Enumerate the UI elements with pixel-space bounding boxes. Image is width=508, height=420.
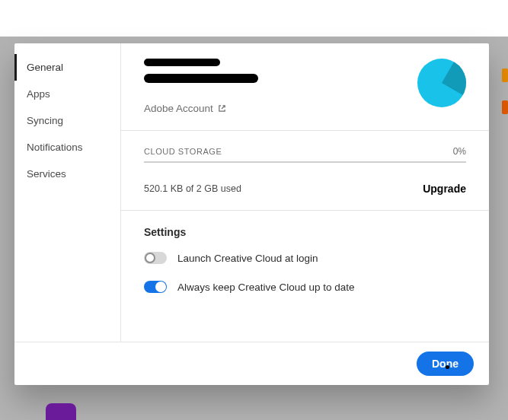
storage-progress-bar: [144, 161, 466, 163]
storage-section-label: CLOUD STORAGE: [144, 147, 222, 156]
settings-title: Settings: [144, 226, 466, 238]
sidebar-item-label: Services: [27, 168, 66, 180]
account-section: Adobe Account: [121, 43, 489, 131]
setting-label: Always keep Creative Cloud up to date: [177, 282, 355, 293]
toggle-knob: [155, 282, 166, 292]
storage-section: CLOUD STORAGE 0% 520.1 KB of 2 GB used U…: [121, 131, 489, 211]
sidebar-item-label: Syncing: [27, 115, 63, 126]
account-email-redacted: [144, 74, 258, 83]
setting-row-launch-at-login: Launch Creative Cloud at login: [144, 252, 466, 264]
toggle-knob: [145, 253, 155, 263]
sidebar-item-label: Notifications: [27, 142, 83, 153]
dialog-body: General Apps Syncing Notifications Servi…: [14, 43, 489, 342]
avatar: [417, 59, 466, 107]
adobe-account-link[interactable]: Adobe Account: [144, 103, 226, 114]
main-scroll-area[interactable]: Adobe Account: [121, 43, 489, 342]
main-scroll-wrap: Adobe Account: [121, 43, 489, 342]
sidebar-item-notifications[interactable]: Notifications: [14, 134, 120, 161]
upgrade-link-label: Upgrade: [423, 183, 466, 195]
sidebar: General Apps Syncing Notifications Servi…: [14, 43, 121, 342]
done-button[interactable]: Done: [417, 352, 474, 376]
sidebar-item-label: General: [27, 62, 63, 73]
background-app-tile: [46, 403, 76, 420]
storage-percent: 0%: [453, 146, 466, 157]
preferences-dialog: General Apps Syncing Notifications Servi…: [14, 43, 489, 385]
adobe-account-link-label: Adobe Account: [144, 103, 213, 114]
setting-label: Launch Creative Cloud at login: [177, 253, 318, 264]
sidebar-item-general[interactable]: General: [14, 54, 120, 81]
dialog-footer: Done: [14, 342, 489, 385]
sidebar-item-apps[interactable]: Apps: [14, 81, 120, 107]
setting-row-auto-update: Always keep Creative Cloud up to date: [144, 281, 466, 293]
storage-used-text: 520.1 KB of 2 GB used: [144, 183, 241, 194]
toggle-auto-update[interactable]: [144, 281, 167, 293]
external-link-icon: [218, 104, 226, 113]
toggle-launch-at-login[interactable]: [144, 252, 167, 264]
cursor-icon: [446, 365, 449, 369]
sidebar-item-syncing[interactable]: Syncing: [14, 107, 120, 134]
background-accent-stripes: [502, 68, 508, 132]
sidebar-item-label: Apps: [27, 88, 50, 100]
sidebar-item-services[interactable]: Services: [14, 161, 120, 187]
page-root: General Apps Syncing Notifications Servi…: [0, 0, 508, 420]
settings-section: Settings Launch Creative Cloud at login: [121, 211, 489, 325]
upgrade-link[interactable]: Upgrade: [423, 183, 466, 195]
account-info: Adobe Account: [144, 59, 417, 115]
account-name-redacted: [144, 59, 220, 66]
